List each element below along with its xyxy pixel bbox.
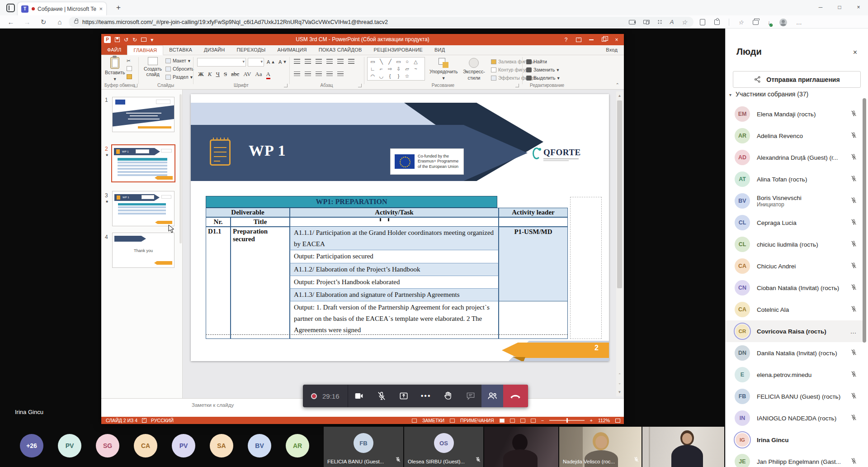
slide-thumbnail-2-selected[interactable]: WP 1 <box>111 144 175 182</box>
participant-avatar[interactable]: AR <box>286 434 309 457</box>
grow-font-button[interactable]: A▴ <box>267 59 274 65</box>
people-button-active[interactable] <box>481 385 503 407</box>
scroll-down-icon[interactable]: ▼ <box>616 389 623 396</box>
raise-hand-button[interactable] <box>437 385 459 407</box>
normal-view-icon[interactable] <box>500 419 505 423</box>
shapes-gallery[interactable]: ▭╲╱▭○△∟⌐⇨⇩▱~◠◡{}☆ <box>367 57 425 81</box>
send-to-devices-icon[interactable] <box>643 20 650 24</box>
browser-tab[interactable]: T Собрание | Microsoft Team × <box>17 2 107 15</box>
ppt-help-icon[interactable]: ? <box>561 35 571 44</box>
ppt-restore-button[interactable] <box>599 35 609 44</box>
shape-icon[interactable]: ⇩ <box>394 65 403 72</box>
participant-row[interactable]: EM Elena Mandaji (гость) … <box>726 103 863 125</box>
shape-icon[interactable]: } <box>394 72 403 80</box>
participant-tile[interactable]: FB FELICIA BANU (Guest... <box>324 427 404 467</box>
participant-avatar[interactable]: SG <box>96 434 119 457</box>
reload-icon[interactable]: ↻ <box>38 17 49 27</box>
notes-toggle-icon[interactable] <box>412 419 417 423</box>
favorites-bar-icon[interactable]: ☆ <box>738 19 744 25</box>
new-tab-button[interactable]: + <box>113 2 124 13</box>
shape-icon[interactable]: ~ <box>411 65 420 72</box>
profile-avatar[interactable] <box>779 19 787 26</box>
shape-outline-button[interactable]: Контур фигуры <box>491 67 531 72</box>
participant-actions[interactable]: … <box>848 457 859 466</box>
camera-button[interactable] <box>348 385 370 407</box>
participant-actions[interactable]: … <box>848 132 859 140</box>
ribbon-tab[interactable]: ВСТАВКА <box>163 45 198 55</box>
participant-avatar[interactable]: SA <box>210 434 233 457</box>
align-right-icon[interactable] <box>316 71 322 77</box>
participant-actions[interactable]: … <box>848 240 859 249</box>
spellcheck-icon[interactable] <box>142 418 146 423</box>
sidebar-page-icon[interactable] <box>700 19 705 25</box>
ppt-close-button[interactable]: × <box>611 35 622 44</box>
columns-icon[interactable] <box>337 71 344 77</box>
chat-button[interactable] <box>459 385 481 407</box>
tab-workspaces-icon[interactable] <box>6 4 15 12</box>
shrink-font-button[interactable]: A▾ <box>278 59 286 65</box>
collections-icon[interactable] <box>753 20 759 25</box>
increase-indent-icon[interactable] <box>326 59 333 64</box>
paragraph-dialog-launcher[interactable] <box>358 84 362 87</box>
shape-icon[interactable]: ▱ <box>403 65 411 72</box>
zoom-level[interactable]: 112% <box>598 418 610 423</box>
slideshow-icon[interactable] <box>531 419 536 423</box>
thumbnails-scrollbar[interactable] <box>179 94 182 243</box>
comments-toggle[interactable]: ПРИМЕЧАНИЯ <box>460 418 494 423</box>
participant-actions[interactable]: … <box>848 219 859 227</box>
quick-styles-button[interactable]: Экспресс-стили <box>463 58 485 81</box>
reading-view-icon[interactable] <box>520 419 525 423</box>
browser-minimize-button[interactable]: ─ <box>811 0 830 14</box>
slide[interactable]: WP 1 Co-funded by theErasmus+ Programmeo… <box>191 94 609 361</box>
scroll-up-icon[interactable]: ▲ <box>616 92 623 99</box>
participant-row[interactable]: CA Chiciuc Andrei … <box>726 255 863 277</box>
scrollbar-thumb[interactable] <box>617 100 622 288</box>
participant-row[interactable]: FB FELICIA BANU (Guest) (гость) … <box>726 386 863 407</box>
sign-in-link[interactable]: Вход <box>599 45 624 55</box>
slide-thumbnail-4[interactable]: Thank you <box>112 233 175 268</box>
shape-icon[interactable]: ☆ <box>403 72 411 80</box>
slide-scrollbar[interactable]: ▲ ⌃ ⌄ ▼ <box>616 91 623 396</box>
shape-icon[interactable]: ▭ <box>368 58 377 65</box>
section-collapse-icon[interactable]: ▾ <box>729 92 731 97</box>
downloads-icon[interactable]: ↓✓ <box>768 19 771 26</box>
tab-close-icon[interactable]: × <box>99 5 103 12</box>
font-format-button[interactable]: abc <box>231 71 239 78</box>
participant-row[interactable]: AT Alina Tofan (гость) … <box>726 168 863 190</box>
home-icon[interactable]: ⌂ <box>54 17 65 27</box>
participant-tile[interactable]: OS Olesea SIRBU (Guest)... <box>404 427 484 467</box>
participant-row[interactable]: CA Cotelnic Ala … <box>726 299 863 320</box>
ribbon-tab[interactable]: ФАЙЛ <box>101 45 127 55</box>
back-icon[interactable]: ← <box>5 17 16 27</box>
participant-actions[interactable]: … <box>848 153 859 162</box>
more-actions-button[interactable]: ••• <box>415 385 437 407</box>
shape-icon[interactable]: { <box>386 72 394 80</box>
paste-button[interactable]: Вставить▾ <box>105 57 125 81</box>
mic-muted-button[interactable] <box>370 385 392 407</box>
forward-icon[interactable]: → <box>22 17 33 27</box>
shape-icon[interactable]: ◠ <box>368 72 377 80</box>
arrange-button[interactable]: Упорядочить▾ <box>429 58 458 81</box>
align-center-icon[interactable] <box>305 71 311 77</box>
ribbon-tab[interactable]: ГЛАВНАЯ <box>127 45 163 55</box>
participant-actions[interactable]: … <box>848 284 859 292</box>
participant-avatar[interactable]: PV <box>172 434 195 457</box>
browser-maximize-button[interactable]: □ <box>830 0 849 14</box>
participant-avatar[interactable]: BV <box>248 434 271 457</box>
participant-actions[interactable]: … <box>848 262 859 271</box>
font-format-button[interactable]: Ж <box>198 71 204 78</box>
select-button[interactable]: Выделить▾ <box>526 75 560 81</box>
section-button[interactable]: Раздел▾ <box>165 74 193 80</box>
font-format-button[interactable]: А <box>266 71 270 79</box>
shape-icon[interactable]: ⇨ <box>386 65 394 72</box>
slide-sorter-icon[interactable] <box>510 419 515 423</box>
copy-button[interactable] <box>127 66 132 71</box>
participant-row[interactable]: AR Adelina Revenco … <box>726 125 863 147</box>
shape-icon[interactable]: ∟ <box>368 65 377 72</box>
collapse-ribbon-icon[interactable]: ⌃ <box>616 82 619 87</box>
shape-icon[interactable]: ⌐ <box>377 65 386 72</box>
participant-row[interactable]: CL Cepraga Lucia … <box>726 212 863 234</box>
line-spacing-icon[interactable] <box>337 59 344 64</box>
participant-actions[interactable]: … <box>848 328 859 335</box>
redo-icon[interactable]: ↻ <box>132 37 137 43</box>
